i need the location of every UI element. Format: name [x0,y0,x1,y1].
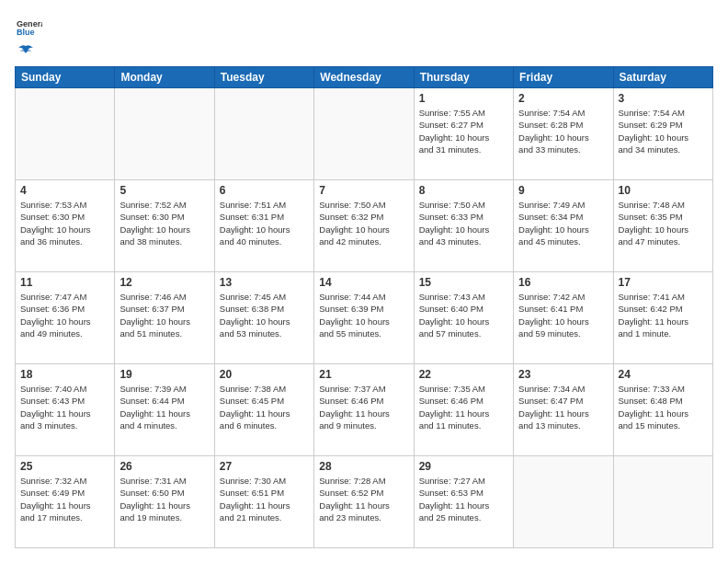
day-number: 1 [419,92,508,105]
day-number: 13 [220,276,309,289]
day-number: 6 [220,184,309,197]
day-info: Sunrise: 7:41 AM Sunset: 6:42 PM Dayligh… [619,291,708,339]
day-info: Sunrise: 7:50 AM Sunset: 6:33 PM Dayligh… [419,199,508,247]
day-info: Sunrise: 7:38 AM Sunset: 6:45 PM Dayligh… [220,383,309,431]
day-info: Sunrise: 7:34 AM Sunset: 6:47 PM Dayligh… [518,383,608,431]
calendar-day: 17Sunrise: 7:41 AM Sunset: 6:42 PM Dayli… [613,272,712,364]
day-number: 22 [419,368,508,381]
day-number: 14 [319,276,408,289]
day-number: 23 [518,368,608,381]
calendar-day: 23Sunrise: 7:34 AM Sunset: 6:47 PM Dayli… [514,364,613,456]
day-info: Sunrise: 7:27 AM Sunset: 6:53 PM Dayligh… [419,475,508,523]
calendar-day: 7Sunrise: 7:50 AM Sunset: 6:32 PM Daylig… [314,180,414,272]
calendar-day: 19Sunrise: 7:39 AM Sunset: 6:44 PM Dayli… [115,364,214,456]
day-info: Sunrise: 7:54 AM Sunset: 6:28 PM Dayligh… [518,107,608,155]
day-info: Sunrise: 7:30 AM Sunset: 6:51 PM Dayligh… [220,475,309,523]
day-info: Sunrise: 7:43 AM Sunset: 6:40 PM Dayligh… [419,291,508,339]
day-info: Sunrise: 7:49 AM Sunset: 6:34 PM Dayligh… [518,199,608,247]
calendar-day: 2Sunrise: 7:54 AM Sunset: 6:28 PM Daylig… [514,88,613,180]
svg-text:Blue: Blue [17,28,35,37]
header: General Blue [15,15,713,59]
weekday-header-thursday: Thursday [414,67,513,88]
calendar-table: SundayMondayTuesdayWednesdayThursdayFrid… [15,66,713,548]
day-number: 3 [619,92,708,105]
calendar-week-1: 1Sunrise: 7:55 AM Sunset: 6:27 PM Daylig… [16,88,713,180]
day-number: 29 [419,460,508,473]
day-info: Sunrise: 7:40 AM Sunset: 6:43 PM Dayligh… [20,383,109,431]
calendar-day: 29Sunrise: 7:27 AM Sunset: 6:53 PM Dayli… [414,456,513,548]
day-info: Sunrise: 7:47 AM Sunset: 6:36 PM Dayligh… [20,291,109,339]
day-info: Sunrise: 7:54 AM Sunset: 6:29 PM Dayligh… [619,107,708,155]
weekday-header-monday: Monday [115,67,214,88]
calendar-day [214,88,313,180]
logo-bird-icon [17,44,35,59]
day-number: 27 [220,460,309,473]
calendar-day: 10Sunrise: 7:48 AM Sunset: 6:35 PM Dayli… [613,180,712,272]
calendar-day: 24Sunrise: 7:33 AM Sunset: 6:48 PM Dayli… [613,364,712,456]
day-number: 2 [518,92,608,105]
calendar-day [613,456,712,548]
day-number: 15 [419,276,508,289]
day-info: Sunrise: 7:42 AM Sunset: 6:41 PM Dayligh… [518,291,608,339]
calendar-day: 13Sunrise: 7:45 AM Sunset: 6:38 PM Dayli… [214,272,313,364]
day-info: Sunrise: 7:46 AM Sunset: 6:37 PM Dayligh… [119,291,209,339]
calendar-day: 20Sunrise: 7:38 AM Sunset: 6:45 PM Dayli… [214,364,313,456]
day-number: 18 [20,368,109,381]
day-info: Sunrise: 7:48 AM Sunset: 6:35 PM Dayligh… [619,199,708,247]
weekday-header-saturday: Saturday [613,67,712,88]
day-info: Sunrise: 7:28 AM Sunset: 6:52 PM Dayligh… [319,475,408,523]
calendar-day [115,88,214,180]
day-number: 5 [119,184,209,197]
day-number: 11 [20,276,109,289]
day-info: Sunrise: 7:50 AM Sunset: 6:32 PM Dayligh… [319,199,408,247]
day-number: 9 [518,184,608,197]
calendar-day [314,88,414,180]
calendar-day: 26Sunrise: 7:31 AM Sunset: 6:50 PM Dayli… [115,456,214,548]
weekday-header-friday: Friday [514,67,613,88]
day-info: Sunrise: 7:45 AM Sunset: 6:38 PM Dayligh… [220,291,309,339]
day-info: Sunrise: 7:51 AM Sunset: 6:31 PM Dayligh… [220,199,309,247]
calendar-day: 9Sunrise: 7:49 AM Sunset: 6:34 PM Daylig… [514,180,613,272]
day-number: 10 [619,184,708,197]
calendar-day: 18Sunrise: 7:40 AM Sunset: 6:43 PM Dayli… [16,364,115,456]
day-info: Sunrise: 7:55 AM Sunset: 6:27 PM Dayligh… [419,107,508,155]
day-info: Sunrise: 7:31 AM Sunset: 6:50 PM Dayligh… [119,475,209,523]
day-number: 17 [619,276,708,289]
calendar-week-3: 11Sunrise: 7:47 AM Sunset: 6:36 PM Dayli… [16,272,713,364]
day-number: 8 [419,184,508,197]
day-info: Sunrise: 7:37 AM Sunset: 6:46 PM Dayligh… [319,383,408,431]
day-info: Sunrise: 7:44 AM Sunset: 6:39 PM Dayligh… [319,291,408,339]
day-number: 21 [319,368,408,381]
day-info: Sunrise: 7:53 AM Sunset: 6:30 PM Dayligh… [20,199,109,247]
day-info: Sunrise: 7:32 AM Sunset: 6:49 PM Dayligh… [20,475,109,523]
calendar-day: 4Sunrise: 7:53 AM Sunset: 6:30 PM Daylig… [16,180,115,272]
day-info: Sunrise: 7:35 AM Sunset: 6:46 PM Dayligh… [419,383,508,431]
calendar-day: 25Sunrise: 7:32 AM Sunset: 6:49 PM Dayli… [16,456,115,548]
day-info: Sunrise: 7:33 AM Sunset: 6:48 PM Dayligh… [619,383,708,431]
day-number: 24 [619,368,708,381]
calendar-day [514,456,613,548]
calendar-day: 21Sunrise: 7:37 AM Sunset: 6:46 PM Dayli… [314,364,414,456]
logo: General Blue [15,15,42,59]
day-number: 7 [319,184,408,197]
calendar-week-5: 25Sunrise: 7:32 AM Sunset: 6:49 PM Dayli… [16,456,713,548]
calendar-day: 16Sunrise: 7:42 AM Sunset: 6:41 PM Dayli… [514,272,613,364]
calendar-day: 8Sunrise: 7:50 AM Sunset: 6:33 PM Daylig… [414,180,513,272]
calendar-day: 12Sunrise: 7:46 AM Sunset: 6:37 PM Dayli… [115,272,214,364]
calendar-week-4: 18Sunrise: 7:40 AM Sunset: 6:43 PM Dayli… [16,364,713,456]
day-number: 25 [20,460,109,473]
day-number: 20 [220,368,309,381]
day-number: 12 [119,276,209,289]
day-number: 16 [518,276,608,289]
weekday-header-sunday: Sunday [16,67,115,88]
calendar-day: 1Sunrise: 7:55 AM Sunset: 6:27 PM Daylig… [414,88,513,180]
day-number: 4 [20,184,109,197]
calendar-day: 3Sunrise: 7:54 AM Sunset: 6:29 PM Daylig… [613,88,712,180]
calendar-day: 14Sunrise: 7:44 AM Sunset: 6:39 PM Dayli… [314,272,414,364]
day-number: 28 [319,460,408,473]
day-info: Sunrise: 7:52 AM Sunset: 6:30 PM Dayligh… [119,199,209,247]
day-number: 26 [119,460,209,473]
calendar-day: 5Sunrise: 7:52 AM Sunset: 6:30 PM Daylig… [115,180,214,272]
weekday-header-wednesday: Wednesday [314,67,414,88]
page: General Blue SundayMondayTuesdayWedn [0,0,728,563]
